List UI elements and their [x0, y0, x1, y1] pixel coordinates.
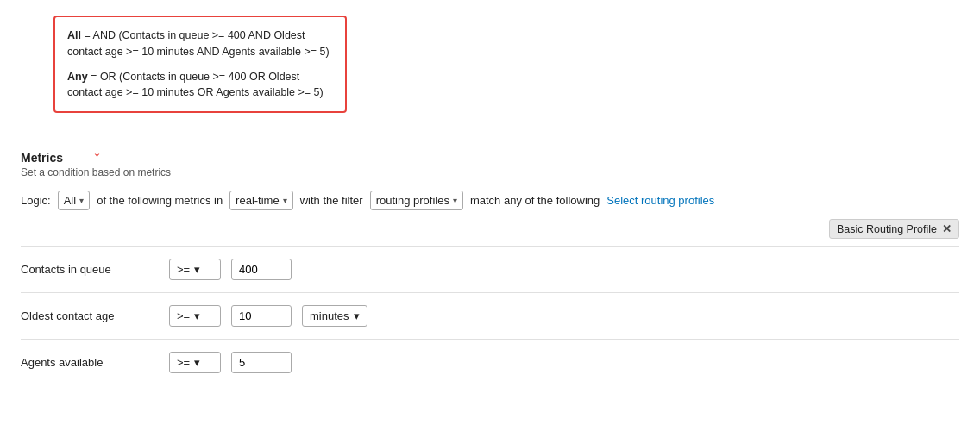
realtime-caret: ▾ [283, 196, 287, 205]
metric-row-agents: Agents available >= ▾ [21, 339, 959, 385]
metric-unit-oldest[interactable]: minutes ▾ [302, 305, 368, 327]
metric-value-contacts[interactable] [231, 259, 292, 280]
metric-operator-oldest[interactable]: >= ▾ [169, 305, 221, 327]
logic-label: Logic: [21, 194, 51, 207]
metrics-title: Metrics [21, 151, 959, 165]
realtime-value: real-time [236, 194, 280, 207]
metric-operator-agents-caret: ▾ [194, 356, 200, 369]
selected-profile-tag: Basic Routing Profile ✕ [829, 219, 959, 239]
profile-tag-close[interactable]: ✕ [942, 222, 952, 235]
routing-profiles-caret: ▾ [453, 196, 457, 205]
metric-name-agents: Agents available [21, 356, 159, 369]
logic-all-value: All [64, 194, 76, 207]
metric-operator-agents[interactable]: >= ▾ [169, 352, 221, 373]
tooltip-box: All = AND (Contacts in queue >= 400 AND … [53, 16, 347, 113]
tooltip-all-desc: = AND (Contacts in queue >= 400 AND Olde… [67, 29, 330, 58]
tooltip-any-desc: = OR (Contacts in queue >= 400 OR Oldest… [67, 71, 324, 99]
routing-profiles-value: routing profiles [376, 194, 449, 207]
metric-row-contacts: Contacts in queue >= ▾ [21, 246, 959, 292]
logic-all-caret: ▾ [79, 196, 84, 205]
metric-operator-contacts-caret: ▾ [194, 263, 200, 276]
of-the-following-text: of the following metrics in [97, 194, 223, 207]
metric-value-agents[interactable] [231, 352, 292, 373]
with-filter-text: with the filter [300, 194, 363, 207]
tooltip-all-label: All [67, 29, 81, 41]
metric-row-oldest: Oldest contact age >= ▾ minutes ▾ [21, 292, 959, 339]
metric-operator-contacts[interactable]: >= ▾ [169, 259, 221, 280]
metric-rows: Contacts in queue >= ▾ Oldest contact ag… [21, 246, 959, 385]
metric-unit-oldest-caret: ▾ [354, 309, 360, 322]
metric-value-oldest[interactable] [231, 305, 292, 327]
profile-tag-label: Basic Routing Profile [837, 223, 937, 235]
metric-name-oldest: Oldest contact age [21, 309, 159, 322]
match-any-text: match any of the following [470, 194, 600, 207]
metric-operator-oldest-caret: ▾ [194, 309, 200, 322]
routing-profiles-dropdown[interactable]: routing profiles ▾ [370, 191, 463, 210]
tooltip-any-label: Any [67, 71, 88, 83]
tooltip-arrow: ↓ [92, 141, 102, 159]
realtime-dropdown[interactable]: real-time ▾ [229, 191, 293, 210]
select-routing-profiles-link[interactable]: Select routing profiles [606, 194, 714, 207]
metrics-subtitle: Set a condition based on metrics [21, 166, 959, 178]
logic-all-dropdown[interactable]: All ▾ [58, 191, 90, 210]
metric-name-contacts: Contacts in queue [21, 263, 159, 276]
